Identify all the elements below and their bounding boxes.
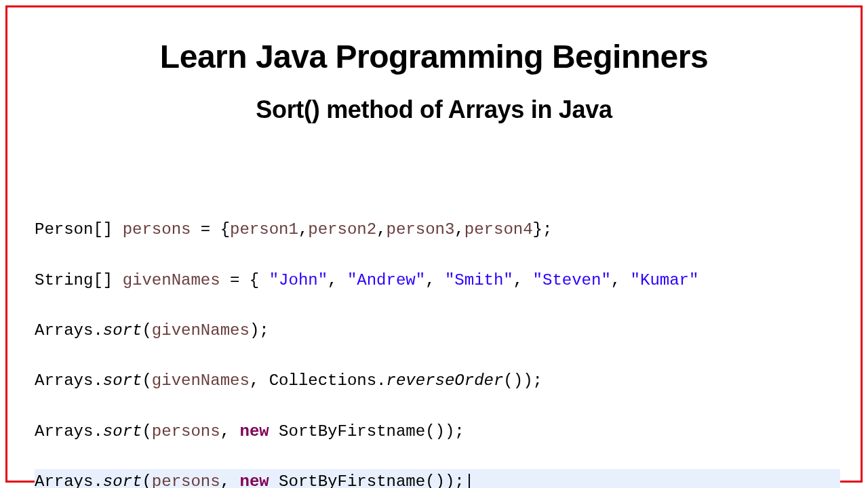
page-subtitle: Sort() method of Arrays in Java: [28, 96, 840, 124]
code-line-2: String[] givenNames = { "John", "Andrew"…: [35, 268, 840, 293]
code-line-6: Arrays.sort(persons, new SortByFirstname…: [35, 469, 840, 488]
text-cursor: |: [465, 472, 474, 488]
code-line-4: Arrays.sort(givenNames, Collections.reve…: [35, 368, 840, 393]
code-line-5: Arrays.sort(persons, new SortByFirstname…: [35, 419, 840, 444]
code-line-1: Person[] persons = {person1,person2,pers…: [35, 217, 840, 242]
slide-frame: Learn Java Programming Beginners Sort() …: [5, 5, 863, 483]
code-line-3: Arrays.sort(givenNames);: [35, 318, 840, 343]
code-block: Person[] persons = {person1,person2,pers…: [28, 192, 840, 488]
page-title: Learn Java Programming Beginners: [28, 38, 840, 75]
